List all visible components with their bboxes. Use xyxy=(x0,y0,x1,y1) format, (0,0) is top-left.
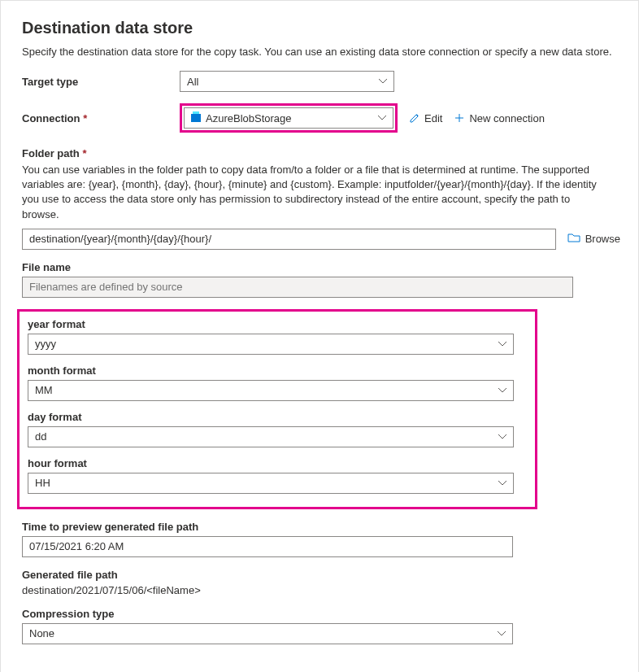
month-format-label: month format xyxy=(28,364,527,377)
file-name-label: File name xyxy=(22,261,620,273)
hour-format-select[interactable]: HH xyxy=(28,473,514,494)
compression-select[interactable]: None xyxy=(22,623,513,644)
year-format-select[interactable]: yyyy xyxy=(28,334,514,355)
folder-path-help: You can use variables in the folder path… xyxy=(22,163,599,222)
chevron-down-icon xyxy=(498,433,506,441)
target-type-row: Target type All xyxy=(22,71,620,92)
hour-format-label: hour format xyxy=(28,457,527,469)
chevron-down-icon xyxy=(379,77,387,85)
preview-time-input[interactable] xyxy=(22,536,513,557)
preview-time-label: Time to preview generated file path xyxy=(22,521,620,533)
generated-path-value: destination/2021/07/15/06/<fileName> xyxy=(22,584,620,596)
new-connection-link[interactable]: New connection xyxy=(454,112,545,124)
chevron-down-icon xyxy=(498,479,506,487)
folder-path-input[interactable] xyxy=(22,229,556,250)
page-description: Specify the destination data store for t… xyxy=(22,46,620,58)
format-highlight-group: year format yyyy month format MM day for… xyxy=(17,309,537,509)
day-format-select[interactable]: dd xyxy=(28,426,514,447)
year-format-label: year format xyxy=(28,318,527,330)
chevron-down-icon xyxy=(498,386,506,395)
edit-connection-link[interactable]: Edit xyxy=(409,112,442,124)
destination-data-store-panel: Destination data store Specify the desti… xyxy=(0,0,639,672)
target-type-label: Target type xyxy=(22,76,180,88)
browse-button[interactable]: Browse xyxy=(567,233,620,245)
day-format-label: day format xyxy=(28,411,527,423)
storage-icon xyxy=(191,114,201,122)
connection-highlight: AzureBlobStorage xyxy=(180,103,398,133)
pencil-icon xyxy=(409,112,420,124)
target-type-select[interactable]: All xyxy=(180,71,394,92)
page-title: Destination data store xyxy=(22,19,620,37)
chevron-down-icon xyxy=(378,114,386,122)
chevron-down-icon xyxy=(498,630,506,638)
plus-icon xyxy=(454,112,465,124)
folder-icon xyxy=(567,233,580,245)
connection-select[interactable]: AzureBlobStorage xyxy=(184,107,393,129)
folder-path-label: Folder path * xyxy=(22,147,620,159)
compression-label: Compression type xyxy=(22,608,513,620)
connection-label: Connection * xyxy=(22,112,180,124)
generated-path-label: Generated file path xyxy=(22,569,620,581)
connection-row: Connection * AzureBlobStorage Edit xyxy=(22,103,620,133)
file-name-input xyxy=(22,277,573,298)
chevron-down-icon xyxy=(498,340,506,348)
month-format-select[interactable]: MM xyxy=(28,380,514,401)
